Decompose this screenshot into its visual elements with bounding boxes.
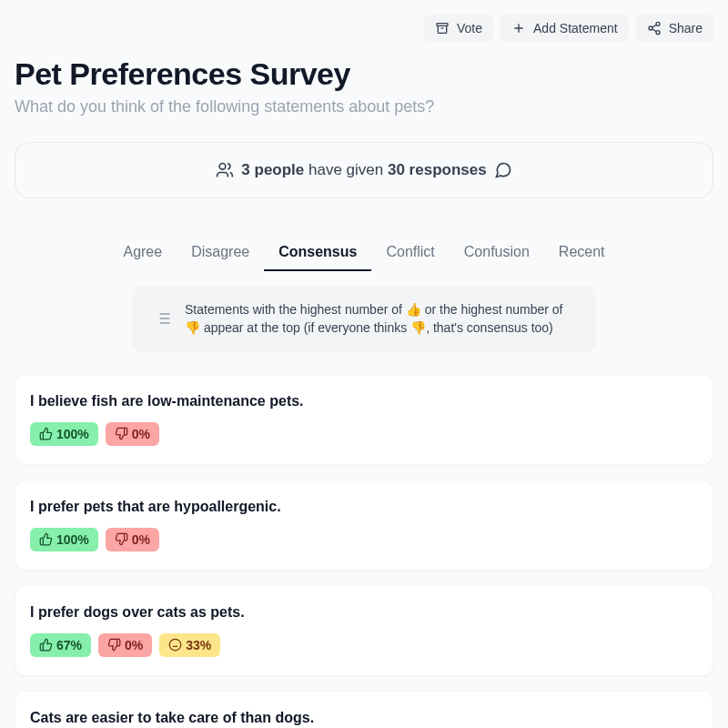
- tab-consensus[interactable]: Consensus: [264, 235, 371, 271]
- add-statement-button[interactable]: Add Statement: [500, 15, 629, 42]
- statement-card[interactable]: I believe fish are low-maintenance pets.…: [15, 374, 713, 465]
- statement-text: I believe fish are low-maintenance pets.: [30, 393, 698, 410]
- page-title: Pet Preferences Survey: [15, 56, 713, 92]
- users-icon: [216, 161, 234, 179]
- badges: 100%0%: [30, 528, 698, 551]
- neutral-badge: 33%: [159, 633, 220, 657]
- statement-text: I prefer pets that are hypoallergenic.: [30, 499, 698, 515]
- page-subtitle: What do you think of the following state…: [15, 97, 713, 116]
- statement-text: I prefer dogs over cats as pets.: [30, 604, 698, 621]
- disagree-badge: 0%: [106, 422, 159, 446]
- tab-conflict[interactable]: Conflict: [371, 235, 449, 271]
- tab-agree[interactable]: Agree: [108, 235, 177, 271]
- disagree-badge: 0%: [106, 528, 159, 551]
- metrics-mid: have given: [304, 161, 388, 178]
- agree-badge: 100%: [30, 422, 98, 446]
- svg-point-2: [649, 26, 652, 30]
- svg-point-1: [656, 22, 660, 25]
- statement-text: Cats are easier to take care of than dog…: [30, 710, 698, 726]
- plus-icon: [511, 21, 526, 35]
- tab-recent[interactable]: Recent: [544, 235, 620, 271]
- statement-card[interactable]: I prefer dogs over cats as pets.67%0%33%: [15, 585, 713, 676]
- metrics-text: 3 people have given 30 responses: [241, 161, 486, 179]
- svg-rect-0: [437, 24, 448, 26]
- tabs: AgreeDisagreeConsensusConflictConfusionR…: [15, 235, 713, 271]
- info-text: Statements with the highest number of 👍 …: [185, 300, 574, 338]
- statement-card[interactable]: Cats are easier to take care of than dog…: [15, 691, 713, 728]
- svg-point-3: [656, 31, 660, 35]
- add-statement-label: Add Statement: [533, 21, 618, 35]
- archive-icon: [435, 21, 450, 35]
- vote-label: Vote: [457, 21, 482, 35]
- list-icon: [154, 309, 172, 328]
- people-count: 3 people: [241, 161, 304, 178]
- badges: 100%0%: [30, 422, 698, 446]
- responses-count: 30 responses: [388, 161, 487, 178]
- statement-card[interactable]: I prefer pets that are hypoallergenic.10…: [15, 480, 713, 571]
- disagree-badge: 0%: [98, 633, 152, 657]
- share-label: Share: [669, 21, 703, 35]
- share-button[interactable]: Share: [636, 15, 713, 42]
- vote-button[interactable]: Vote: [424, 15, 493, 42]
- share-icon: [647, 21, 662, 35]
- svg-point-4: [219, 164, 226, 170]
- svg-point-11: [170, 639, 182, 651]
- statements-list: I believe fish are low-maintenance pets.…: [15, 374, 713, 728]
- info-box: Statements with the highest number of 👍 …: [132, 286, 596, 352]
- tab-disagree[interactable]: Disagree: [177, 235, 264, 271]
- agree-badge: 100%: [30, 528, 98, 551]
- comment-icon: [494, 161, 512, 179]
- agree-badge: 67%: [30, 633, 91, 657]
- metrics-bar: 3 people have given 30 responses: [15, 142, 713, 198]
- badges: 67%0%33%: [30, 633, 698, 657]
- tab-confusion[interactable]: Confusion: [450, 235, 544, 271]
- header-actions: Vote Add Statement Share: [15, 15, 713, 42]
